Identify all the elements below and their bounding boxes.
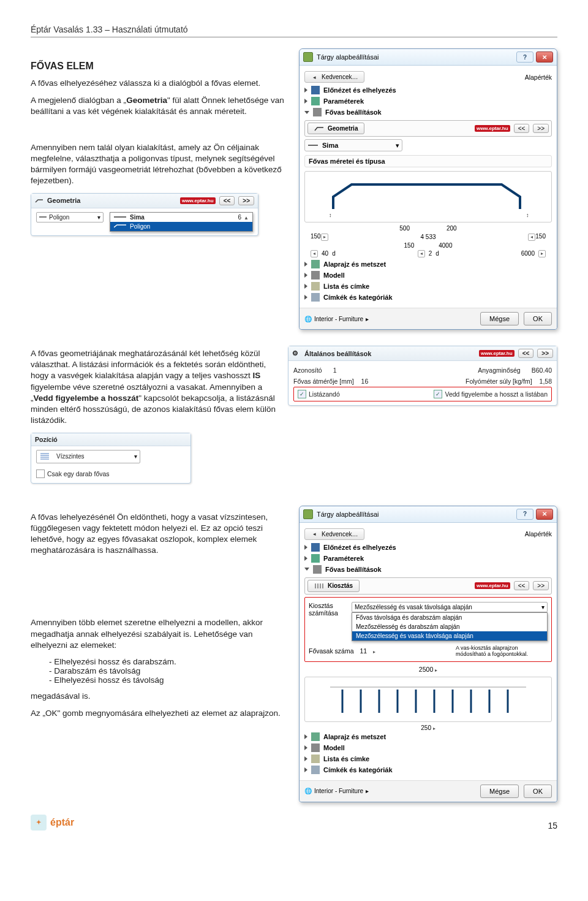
ok-button[interactable]: OK — [524, 312, 552, 325]
paragraph-3: Amennyiben nem talál olyan kialakítást, … — [31, 142, 287, 187]
tree-item-model[interactable]: Modell — [304, 270, 552, 281]
sima-subtype[interactable]: Sima — [322, 142, 392, 149]
listable-checkbox[interactable]: ✓Listázandó — [298, 390, 340, 398]
tree-item-params[interactable]: Paraméterek — [304, 96, 552, 107]
svg-text:↕: ↕ — [526, 212, 529, 218]
tree-item-list-label[interactable]: Lista és címke — [304, 753, 552, 764]
prev-button[interactable]: << — [219, 196, 235, 205]
paragraph-2: A megjelenő dialógban a „Geometria" fül … — [31, 95, 287, 117]
distribution-tab[interactable]: Kiosztás — [307, 580, 360, 592]
calc-method-dropdown[interactable]: Mezőszélesség és vasak távolsága alapján… — [352, 602, 548, 612]
dim-row-3: 1504000 — [304, 242, 552, 249]
cancel-button[interactable]: Mégse — [480, 785, 519, 798]
tree-item-plan-section[interactable]: Alaprajz és metszet — [304, 259, 552, 270]
rebar-icon — [35, 196, 43, 205]
chevron-right-icon: ▸ — [366, 788, 369, 794]
tree-item-categories[interactable]: Címkék és kategóriák — [304, 292, 552, 303]
eptar-badge: www.eptar.hu — [475, 125, 510, 132]
tree-item-categories[interactable]: Címkék és kategóriák — [304, 764, 552, 775]
list-item: Elhelyezési hossz és távolság — [49, 675, 287, 685]
globe-icon: 🌐 — [304, 788, 312, 794]
orientation-dropdown[interactable]: Vízszintes ▾ — [36, 450, 140, 463]
favorites-button[interactable]: ◂Kedvencek… — [304, 528, 364, 540]
width-dim: 2500 — [419, 666, 433, 673]
diameter-label: Fővas átmérője [mm] — [293, 378, 354, 385]
spacing-stepper[interactable]: ▸ — [433, 724, 435, 731]
calc-method-options: Fővas távolsága és darabszám alapján Mez… — [352, 612, 548, 641]
page-number: 15 — [548, 821, 557, 831]
geometry-tab-label: Geometria — [47, 197, 176, 204]
rebar-shape-preview: ↕ ↕ — [304, 171, 552, 222]
eptar-badge: www.eptar.hu — [479, 350, 514, 357]
tree-item-rebar-settings[interactable]: Fővas beállítások — [304, 564, 552, 575]
note: A vas-kiosztás alaprajzon módosítható a … — [456, 645, 548, 657]
chevron-down-icon: ▾ — [97, 214, 100, 221]
app-icon — [303, 509, 313, 519]
ok-button[interactable]: OK — [524, 785, 552, 798]
classification: Interior - Furniture — [314, 788, 363, 794]
next-button[interactable]: >> — [238, 196, 254, 205]
default-label: Alapérték — [525, 530, 552, 538]
general-settings-head: Általános beállítások — [304, 350, 475, 357]
paragraph-5: A fővas lehelyezésénél Ön eldöntheti, ho… — [31, 512, 287, 557]
favorites-button[interactable]: ◂Kedvencek… — [304, 71, 364, 83]
rebar-dims-head: Fővas méretei és típusa — [304, 155, 552, 167]
help-button[interactable]: ? — [516, 51, 533, 63]
paragraph-7: Az „OK" gomb megnyomására elhelyezheti a… — [31, 708, 287, 719]
next-button[interactable]: >> — [533, 581, 549, 590]
position-panel: Pozíció Vízszintes ▾ — [31, 433, 191, 484]
next-button[interactable]: >> — [537, 349, 553, 358]
doc-header: Éptár Vasalás 1.33 – Használati útmutató — [31, 25, 557, 37]
prev-button[interactable]: << — [518, 349, 534, 358]
width-stepper[interactable]: ▸ — [435, 666, 437, 673]
dialog-title: Tárgy alapbeállításai — [317, 53, 379, 61]
poligon-dropdown[interactable]: Poligon ▾ — [36, 212, 104, 222]
chevron-down-icon: ▾ — [396, 142, 399, 149]
weight-value: 1,58 — [540, 378, 552, 385]
weight-label: Folyóméter súly [kg/fm] — [466, 378, 532, 385]
object-settings-dialog: Tárgy alapbeállításai ? ✕ ◂Kedvencek… Al… — [299, 48, 557, 330]
material-label: Anyagminőség — [478, 367, 520, 374]
count-label: Fővasak száma — [309, 647, 354, 655]
highlight-box: ✓Listázandó ✓Vedd figyelembe a hosszt a … — [293, 387, 552, 401]
count-value: 11 — [360, 647, 368, 655]
geometry-tab[interactable]: Geometria — [307, 123, 364, 134]
option-sima[interactable]: Sima 6▲ — [110, 213, 252, 222]
close-button[interactable]: ✕ — [536, 509, 553, 520]
dd-option[interactable]: Mezőszélesség és darabszám alapján — [352, 622, 547, 631]
help-button[interactable]: ? — [516, 509, 533, 520]
default-label: Alapérték — [525, 74, 552, 81]
distribution-dialog: Tárgy alapbeállításai ? ✕ ◂Kedvencek… Al… — [299, 506, 557, 802]
spacing-dim: 250 — [421, 724, 431, 731]
option-poligon[interactable]: Poligon — [110, 222, 252, 231]
globe-icon: 🌐 — [304, 316, 312, 322]
dd-option[interactable]: Mezőszélesség és vasak távolsága alapján — [352, 631, 547, 641]
prev-button[interactable]: << — [514, 581, 530, 590]
tree-item-model[interactable]: Modell — [304, 742, 552, 753]
prev-button[interactable]: << — [514, 124, 530, 133]
count-stepper[interactable]: ▸ — [373, 647, 375, 655]
chevron-down-icon: ▾ — [134, 453, 137, 460]
cancel-button[interactable]: Mégse — [480, 312, 519, 325]
single-rebar-checkbox[interactable]: Csak egy darab fővas — [36, 470, 110, 478]
close-button[interactable]: ✕ — [536, 51, 553, 63]
horizontal-icon — [39, 452, 53, 462]
tree-item-preview[interactable]: Előnézet és elhelyezés — [304, 85, 552, 96]
paragraph-6-end: megadásával is. — [31, 691, 287, 702]
diameter-value: 16 — [361, 378, 369, 385]
dd-option[interactable]: Fővas távolsága és darabszám alapján — [352, 613, 547, 622]
tree-item-preview[interactable]: Előnézet és elhelyezés — [304, 542, 552, 553]
tree-item-plan-section[interactable]: Alaprajz és metszet — [304, 731, 552, 742]
paragraph-6: Amennyiben több elemet szeretne elhelyez… — [31, 617, 287, 651]
placement-options-list: Elhelyezési hossz és darabszám. Darabszá… — [31, 657, 287, 685]
next-button[interactable]: >> — [533, 124, 549, 133]
tree-item-params[interactable]: Paraméterek — [304, 553, 552, 564]
tree-item-list-label[interactable]: Lista és címke — [304, 281, 552, 292]
tree-item-rebar-settings[interactable]: Fővas beállítások — [304, 107, 552, 118]
app-icon — [303, 52, 313, 62]
paragraph-1: A fővas elhelyezéséhez válassza ki a dia… — [31, 78, 287, 89]
id-label: Azonosító — [293, 367, 322, 374]
eptar-badge: www.eptar.hu — [180, 197, 216, 204]
dim-row-1: 500200 — [304, 225, 552, 232]
length-checkbox[interactable]: ✓Vedd figyelembe a hosszt a listában — [434, 390, 548, 398]
